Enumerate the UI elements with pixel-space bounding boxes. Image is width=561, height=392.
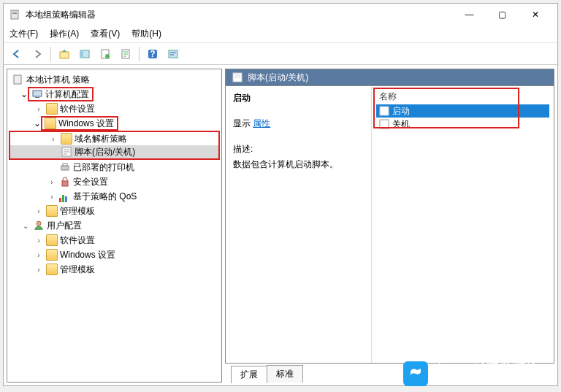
tree-scripts[interactable]: 脚本(启动/关机) [9, 145, 220, 160]
svg-rect-14 [35, 97, 39, 98]
menu-file[interactable]: 文件(F) [9, 28, 38, 40]
svg-rect-13 [33, 91, 42, 96]
svg-rect-11 [169, 50, 178, 58]
maximize-button[interactable]: ▢ [486, 4, 519, 25]
window-title: 本地组策略编辑器 [26, 9, 453, 21]
tab-extend[interactable]: 扩展 [231, 366, 267, 383]
menubar: 文件(F) 操作(A) 查看(V) 帮助(H) [4, 26, 557, 43]
toggle-icon[interactable]: ⌄ [20, 222, 31, 230]
svg-rect-1 [12, 12, 17, 12]
tree-label: 本地计算机 策略 [26, 74, 90, 86]
tree-u-software-settings[interactable]: ›软件设置 [9, 233, 220, 247]
main-window: 本地组策略编辑器 — ▢ ✕ 文件(F) 操作(A) 查看(V) 帮助(H) ?… [3, 3, 558, 386]
script-icon [379, 119, 389, 129]
right-header: 脚本(启动/关机) [225, 69, 554, 86]
app-icon [9, 9, 21, 20]
help-button[interactable]: ? [144, 45, 161, 63]
svg-rect-12 [14, 75, 21, 84]
up-button[interactable] [56, 45, 73, 63]
tree-computer-config[interactable]: 计算机配置 [28, 87, 94, 101]
list-item-startup[interactable]: 启动 [376, 104, 549, 118]
list-item-shutdown[interactable]: 关机 [376, 118, 549, 131]
menu-action[interactable]: 操作(A) [50, 28, 79, 40]
detail-panel: 启动 显示 属性 描述: 数据包含计算机启动脚本。 [226, 86, 372, 363]
script-icon [61, 146, 72, 158]
show-hide-tree-button[interactable] [76, 45, 94, 63]
svg-rect-16 [61, 166, 69, 170]
minimize-button[interactable]: — [453, 4, 486, 25]
tree-label: Windows 设置 [58, 118, 114, 130]
watermark-url: www.baiyunxitong.com [434, 377, 539, 385]
tree-label: 软件设置 [60, 234, 95, 247]
separator [50, 47, 51, 61]
tab-standard[interactable]: 标准 [267, 365, 303, 383]
svg-rect-5 [80, 50, 83, 58]
toggle-icon[interactable]: › [34, 207, 44, 215]
tree-label: 脚本(启动/关机) [75, 146, 135, 158]
tree-u-admin-templates[interactable]: ›管理模板 [9, 262, 220, 277]
toggle-icon[interactable]: › [47, 178, 57, 186]
lock-icon [59, 176, 71, 188]
tree-label: 安全设置 [73, 176, 108, 188]
forward-button[interactable] [28, 45, 46, 63]
tree-label: 管理模板 [60, 205, 95, 218]
svg-rect-0 [11, 10, 18, 19]
tree-admin-templates[interactable]: ›管理模板 [9, 204, 220, 218]
svg-rect-18 [62, 181, 68, 186]
right-pane: 脚本(启动/关机) 启动 显示 属性 描述: 数据包含计算机启动脚本。 名称 [225, 69, 554, 383]
folder-icon [61, 133, 72, 145]
section-title: 启动 [233, 92, 364, 104]
folder-icon [46, 249, 58, 261]
description-label: 描述: [233, 143, 364, 155]
right-header-title: 脚本(启动/关机) [248, 72, 308, 84]
tree-label: 软件设置 [60, 103, 95, 115]
watermark-brand: 白云一键重装系统 [434, 363, 539, 377]
toggle-icon[interactable]: › [34, 266, 44, 274]
tree-pane[interactable]: 本地计算机 策略 ⌄ 计算机配置 ›软件设置 ⌄ Windows 设置 ›域名解… [7, 69, 222, 383]
tree-u-windows-settings[interactable]: ›Windows 设置 [9, 247, 220, 262]
tree-root[interactable]: 本地计算机 策略 [9, 72, 220, 87]
titlebar: 本地组策略编辑器 — ▢ ✕ [4, 4, 557, 26]
back-button[interactable] [8, 45, 26, 63]
show-label: 显示 [233, 118, 251, 128]
toggle-icon[interactable]: ⌄ [20, 89, 28, 99]
tree-security-settings[interactable]: ›安全设置 [9, 174, 220, 189]
tree-windows-settings[interactable]: Windows 设置 [41, 116, 118, 131]
tree-deployed-printers[interactable]: 已部署的打印机 [9, 160, 220, 174]
item-label: 关机 [392, 118, 410, 131]
toolbar: ? [4, 43, 557, 65]
svg-point-19 [37, 221, 41, 226]
export-list-button[interactable] [96, 45, 114, 63]
tree-label: 已部署的打印机 [73, 161, 134, 174]
tree-software-settings[interactable]: ›软件设置 [9, 101, 220, 116]
svg-rect-22 [380, 120, 389, 128]
folder-icon [46, 264, 58, 275]
tree-label: 域名解析策略 [75, 133, 127, 145]
filter-button[interactable] [164, 45, 182, 63]
right-body: 启动 显示 属性 描述: 数据包含计算机启动脚本。 名称 启动 [225, 86, 554, 364]
watermark: 白云一键重装系统 www.baiyunxitong.com [403, 361, 539, 386]
toggle-icon[interactable]: › [34, 237, 44, 245]
tree-name-resolution[interactable]: ›域名解析策略 [9, 131, 220, 145]
tree-label: Windows 设置 [60, 249, 115, 261]
toggle-icon[interactable]: › [34, 105, 44, 113]
folder-icon [45, 118, 56, 129]
toggle-icon[interactable]: › [34, 251, 44, 259]
tree-label: 管理模板 [60, 264, 95, 276]
svg-rect-3 [60, 52, 69, 58]
properties-button[interactable] [117, 45, 134, 63]
separator [139, 47, 140, 61]
menu-view[interactable]: 查看(V) [91, 28, 120, 40]
tree-label: 用户配置 [47, 220, 82, 232]
properties-link[interactable]: 属性 [253, 118, 270, 128]
toggle-icon[interactable]: › [47, 193, 57, 201]
tree-user-config[interactable]: ⌄用户配置 [9, 218, 220, 233]
policy-icon [12, 74, 24, 85]
toggle-icon[interactable]: ⌄ [34, 118, 41, 128]
close-button[interactable]: ✕ [519, 4, 552, 25]
list-column[interactable]: 名称 启动 关机 [372, 86, 554, 363]
toggle-icon[interactable]: › [48, 135, 58, 143]
column-header-name[interactable]: 名称 [376, 89, 549, 104]
menu-help[interactable]: 帮助(H) [131, 28, 161, 40]
tree-policy-qos[interactable]: ›基于策略的 QoS [9, 189, 220, 204]
